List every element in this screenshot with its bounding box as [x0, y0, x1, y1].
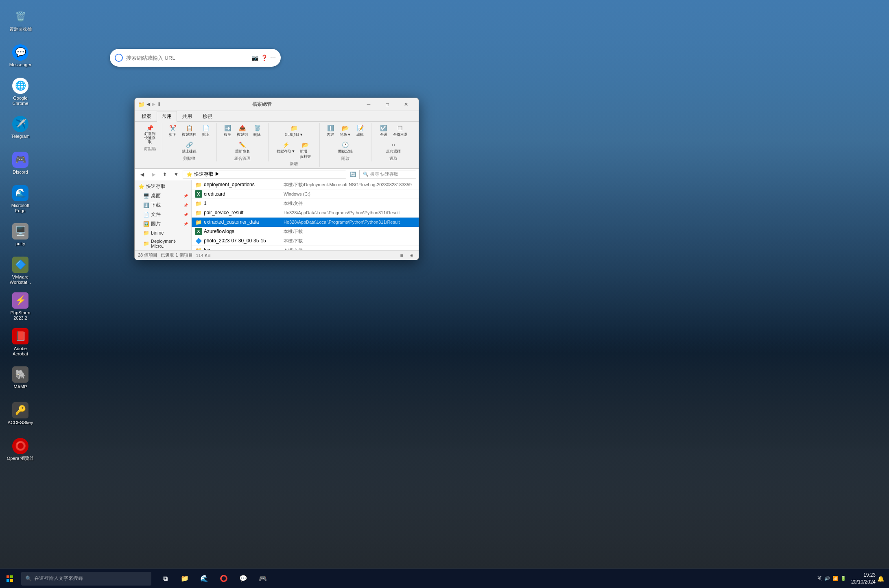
cut-button[interactable]: ✂️ 剪下: [166, 123, 179, 138]
titlebar-nav-back[interactable]: ◀: [146, 101, 150, 108]
desktop-icon-edge[interactable]: 🌊 Microsoft Edge: [4, 183, 37, 216]
pin-to-quick-button[interactable]: 📌 釘選到快速存取: [141, 123, 159, 145]
file-path: Ho328\AppData\Local\Programs\Python\Pyth…: [284, 220, 415, 224]
address-path[interactable]: ⭐ 快速存取 ▶: [183, 170, 346, 179]
desktop-icon-chrome[interactable]: 🌐 Google Chrome: [4, 76, 37, 108]
rename-button[interactable]: ✏️ 重新命名: [234, 140, 251, 155]
taskbar-pinned-icons: ⧉ 📁 🌊 ⭕ 💬 🎮: [156, 570, 272, 588]
desktop-icon-mamp[interactable]: 🐘 MAMP: [4, 362, 37, 394]
taskbar-discord[interactable]: 🎮: [254, 570, 272, 588]
chrome-address-bar[interactable]: 📷 ❓ ⋯: [110, 49, 281, 67]
ribbon-tab-share[interactable]: 共用: [177, 111, 197, 122]
search-box[interactable]: 🔍 搜尋 快速存取: [359, 170, 416, 179]
sidebar-item-quick-access[interactable]: ⭐ 快速存取: [135, 182, 191, 191]
file-item-1[interactable]: 📁 1 本機\文件: [192, 199, 419, 208]
details-view-button[interactable]: ≡: [398, 251, 406, 259]
selected-count: 已選取 1 個項目: [161, 252, 192, 258]
desktop-icon-phpstorm[interactable]: ⚡ PhpStorm 2023.2: [4, 290, 37, 323]
new-folder-button[interactable]: 📂 新增資料夾: [298, 140, 312, 160]
volume-icon[interactable]: 🔊: [824, 576, 830, 581]
invert-select-button[interactable]: ↔️ 反向選擇: [384, 140, 402, 155]
file-explorer-window: 📁 ◀ ▶ ⬆ 檔案總管 ─ □ ✕ 檔案 常用 共用 檢視 📌 釘選到: [134, 98, 419, 260]
desktop-icon-recycle-bin[interactable]: 🗑️ 資源回收桶: [4, 4, 37, 37]
minimize-button[interactable]: ─: [359, 98, 378, 111]
delete-button[interactable]: 🗑️ 刪除: [251, 123, 263, 138]
file-item-creditcard[interactable]: X creditcard Windows (C:): [192, 189, 419, 199]
new-item-button[interactable]: 📁 新增項目▼: [283, 123, 305, 138]
ribbon-tab-file[interactable]: 檔案: [136, 111, 157, 122]
new-item-icon: 📁: [290, 124, 298, 132]
keyboard-layout-icon[interactable]: 英: [817, 575, 822, 581]
chrome-help-icon[interactable]: ❓: [261, 54, 268, 61]
sidebar-item-deployment[interactable]: 📁 Deployment-Micro...: [135, 237, 191, 250]
close-button[interactable]: ✕: [397, 98, 415, 111]
titlebar-nav-up[interactable]: ⬆: [157, 101, 161, 108]
battery-icon[interactable]: 🔋: [841, 576, 846, 581]
taskbar-opera[interactable]: ⭕: [215, 570, 233, 588]
desktop-icon-discord[interactable]: 🎮 Discord: [4, 147, 37, 180]
recent-locations-button[interactable]: ▼: [171, 170, 181, 179]
desktop-icon-vmware[interactable]: 🔷 VMware Workstat...: [4, 255, 37, 287]
taskbar-edge[interactable]: 🌊: [195, 570, 213, 588]
taskbar-file-explorer[interactable]: 📁: [176, 570, 194, 588]
copy-to-button[interactable]: 📤 複製到: [235, 123, 249, 138]
scissors-icon: ✂️: [168, 124, 177, 132]
paste-button[interactable]: 📄 貼上: [200, 123, 212, 138]
chrome-url-input[interactable]: [126, 55, 248, 61]
taskbar-task-view[interactable]: ⧉: [156, 570, 174, 588]
desktop-icon-opera[interactable]: ⭕ Opera 瀏覽器: [4, 433, 37, 466]
ribbon-tab-home[interactable]: 常用: [157, 111, 177, 122]
desktop-icon-messenger[interactable]: 💬 Messenger: [4, 40, 37, 72]
properties-button[interactable]: ℹ️ 內容: [324, 123, 336, 138]
easy-access-button[interactable]: ⚡ 輕鬆存取▼: [275, 140, 297, 160]
opera-taskbar-icon: ⭕: [220, 575, 228, 582]
new-buttons: 📁 新增項目▼ ⚡ 輕鬆存取▼ 📂 新增資料夾: [272, 123, 316, 160]
nav-up-button[interactable]: ⬆: [160, 170, 170, 179]
nav-back-button[interactable]: ◀: [137, 170, 147, 179]
sidebar-item-pictures[interactable]: 🖼️ 圖片 📌: [135, 219, 191, 229]
notification-center-icon[interactable]: 🔔: [877, 575, 884, 582]
titlebar-nav-forward[interactable]: ▶: [152, 101, 155, 108]
sidebar-item-bininc[interactable]: 📁 bininc: [135, 229, 191, 237]
select-none-button[interactable]: ☐ 全都不選: [391, 123, 409, 138]
ribbon-tab-view[interactable]: 檢視: [197, 111, 218, 122]
edit-button[interactable]: 📝 編輯: [354, 123, 366, 138]
chrome-more-icon[interactable]: ⋯: [270, 54, 276, 61]
copy-path-button[interactable]: 📋 複製路徑: [180, 123, 198, 138]
taskbar-messenger[interactable]: 💬: [234, 570, 252, 588]
network-icon[interactable]: 📶: [832, 576, 838, 581]
nav-forward-button[interactable]: ▶: [149, 170, 158, 179]
move-to-button[interactable]: ➡️ 移至: [221, 123, 234, 138]
discord-icon: 🎮: [12, 152, 28, 168]
desktop-icon-putty[interactable]: 🖥️ putty: [4, 219, 37, 251]
refresh-button[interactable]: 🔄: [348, 170, 358, 179]
rename-icon: ✏️: [238, 141, 247, 149]
file-path: Ho328\AppData\Local\Programs\Python\Pyth…: [284, 210, 415, 215]
select-all-button[interactable]: ☑️ 全選: [378, 123, 390, 138]
sidebar-item-documents[interactable]: 📄 文件 📌: [135, 210, 191, 219]
search-icon: 🔍: [363, 172, 369, 177]
file-item-log[interactable]: 📁 log 本機\文件: [192, 246, 419, 250]
pictures-pin: 📌: [183, 222, 188, 226]
file-item-azureflowlogs[interactable]: X Azureflowlogs 本機\下載: [192, 227, 419, 236]
chrome-qr-icon[interactable]: 📷: [251, 54, 258, 61]
desktop-icon-accesskey[interactable]: 🔑 ACCESSkey: [4, 398, 37, 430]
sidebar-item-desktop[interactable]: 🖥️ 桌面 📌: [135, 191, 191, 200]
desktop-icon-telegram[interactable]: ✈️ Telegram: [4, 111, 37, 144]
file-item-photo[interactable]: 🔷 photo_2023-07-30_00-35-15 本機\下載: [192, 236, 419, 246]
file-item-extracted-customer[interactable]: 📁 extracted_customer_data Ho328\AppData\…: [192, 218, 419, 227]
svg-rect-2: [7, 579, 9, 582]
taskbar-search-box[interactable]: 🔍 在這裡輸入文字來搜尋: [21, 572, 151, 586]
open-button[interactable]: 📂 開啟▼: [338, 123, 352, 138]
history-button[interactable]: 🕐 開啟記錄: [336, 140, 354, 155]
sidebar-item-htdocs[interactable]: 📁 htdocs: [135, 250, 191, 250]
tiles-view-button[interactable]: ⊞: [407, 251, 415, 259]
start-button[interactable]: [0, 569, 20, 588]
file-item-pair-device[interactable]: 📁 pair_device_result Ho328\AppData\Local…: [192, 208, 419, 218]
desktop-icon-acrobat[interactable]: 📕 Adobe Acrobat: [4, 326, 37, 359]
sidebar-item-downloads[interactable]: ⬇️ 下載 📌: [135, 200, 191, 210]
clock[interactable]: 19:23 20/10/2024: [851, 572, 876, 586]
maximize-button[interactable]: □: [378, 98, 397, 111]
paste-shortcut-button[interactable]: 🔗 貼上捷徑: [180, 140, 198, 155]
file-item-deployment-operations[interactable]: 📁 deployment_operations 本機\下載\Deployment…: [192, 180, 419, 189]
